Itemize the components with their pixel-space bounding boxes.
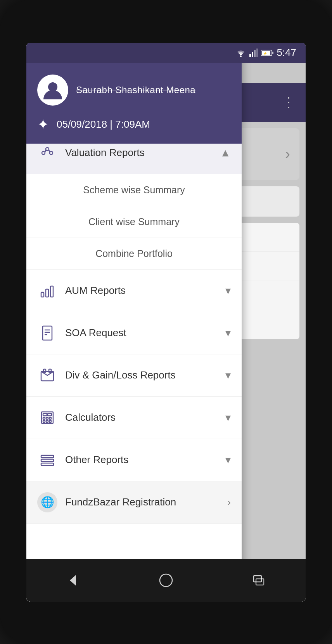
svg-rect-3 — [254, 50, 256, 57]
nav-drawer: Saurabh Shashikant Meena ✦ 05/09/2018 | … — [26, 43, 242, 602]
home-button[interactable] — [154, 569, 178, 592]
menu-item-soa[interactable]: SOA Request ▾ — [26, 312, 242, 354]
valuation-icon — [37, 143, 57, 163]
svg-rect-31 — [43, 420, 45, 422]
svg-rect-36 — [41, 455, 54, 458]
status-bar: ⚡ 5:47 — [26, 43, 306, 63]
divgain-label: Div & Gain/Loss Reports — [65, 369, 225, 381]
svg-point-0 — [240, 56, 242, 57]
signal-icon — [249, 49, 258, 57]
submenu-client-wise[interactable]: Client wise Summary — [26, 206, 242, 238]
svg-rect-2 — [252, 52, 253, 57]
battery-icon: ⚡ — [261, 49, 273, 56]
svg-rect-23 — [43, 369, 46, 372]
soa-chevron-icon: ▾ — [225, 326, 231, 339]
phone-screen: ⋮ g CAGR 00 ↓ › 060.00 ₹ 0.00 — [26, 43, 306, 602]
svg-rect-35 — [41, 459, 54, 462]
svg-rect-28 — [43, 417, 45, 419]
svg-rect-33 — [49, 420, 51, 422]
calculators-icon — [37, 408, 57, 428]
combine-portfolio-label: Combine Portfolio — [37, 248, 231, 259]
recent-apps-button[interactable] — [247, 569, 271, 592]
calendar-icon: ✦ — [37, 116, 49, 133]
menu-item-aum[interactable]: AUM Reports ▾ — [26, 270, 242, 312]
svg-rect-17 — [50, 286, 53, 297]
svg-rect-15 — [41, 292, 44, 297]
svg-line-13 — [45, 150, 46, 152]
soa-label: SOA Request — [65, 327, 225, 339]
valuation-chevron-icon: ▲ — [220, 147, 231, 159]
svg-rect-4 — [256, 49, 258, 57]
svg-point-12 — [50, 151, 53, 154]
drawer-menu: Valuation Reports ▲ Scheme wise Summary … — [26, 132, 242, 524]
menu-item-other[interactable]: Other Reports ▾ — [26, 439, 242, 481]
menu-item-fundzbazar[interactable]: 🌐 FundzBazar Registration › — [26, 481, 242, 524]
svg-rect-26 — [43, 413, 47, 416]
scheme-wise-label: Scheme wise Summary — [37, 184, 231, 196]
phone-frame: ⋮ g CAGR 00 ↓ › 060.00 ₹ 0.00 — [0, 0, 332, 644]
submenu-combine-portfolio[interactable]: Combine Portfolio — [26, 238, 242, 270]
fundzbazar-chevron-icon: › — [227, 496, 231, 509]
svg-rect-18 — [43, 326, 52, 340]
drawer-date-row: ✦ 05/09/2018 | 7:09AM — [37, 116, 231, 133]
more-options-icon[interactable]: ⋮ — [282, 95, 296, 109]
other-chevron-icon: ▾ — [225, 453, 231, 466]
svg-marker-37 — [70, 575, 76, 586]
menu-item-calculators[interactable]: Calculators ▾ — [26, 397, 242, 439]
fundzbazar-logo-icon: 🌐 — [37, 492, 57, 512]
svg-point-11 — [46, 148, 49, 151]
menu-item-divgain[interactable]: Div & Gain/Loss Reports ▾ — [26, 354, 242, 397]
divgain-chevron-icon: ▾ — [225, 369, 231, 382]
svg-rect-1 — [249, 54, 251, 57]
calculators-chevron-icon: ▾ — [225, 411, 231, 424]
svg-rect-30 — [49, 417, 51, 419]
date-time: 05/09/2018 | 7:09AM — [57, 118, 150, 130]
fundzbazar-label: FundzBazar Registration — [65, 496, 227, 508]
wifi-icon — [235, 49, 246, 57]
valuation-reports-label: Valuation Reports — [65, 147, 220, 159]
soa-icon — [37, 323, 57, 343]
other-reports-icon — [37, 450, 57, 470]
avatar — [37, 75, 68, 106]
svg-rect-29 — [46, 417, 48, 419]
bottom-nav — [26, 559, 306, 602]
user-name: Saurabh Shashikant Meena — [76, 85, 195, 95]
svg-rect-6 — [272, 52, 273, 54]
svg-rect-16 — [46, 289, 48, 297]
divgain-icon — [37, 365, 57, 385]
svg-rect-32 — [46, 420, 48, 422]
back-button[interactable] — [61, 569, 85, 592]
calculators-label: Calculators — [65, 411, 225, 424]
svg-rect-24 — [49, 369, 51, 372]
svg-rect-27 — [48, 413, 52, 416]
status-icons: ⚡ 5:47 — [235, 47, 296, 59]
drawer-header-top: Saurabh Shashikant Meena — [37, 75, 231, 106]
other-reports-label: Other Reports — [65, 454, 225, 466]
svg-rect-34 — [41, 463, 54, 465]
client-wise-label: Client wise Summary — [37, 216, 231, 227]
svg-text:⚡: ⚡ — [263, 51, 268, 56]
status-time: 5:47 — [277, 47, 296, 59]
card-chevron-right[interactable]: › — [285, 145, 290, 163]
submenu-scheme-wise[interactable]: Scheme wise Summary — [26, 174, 242, 206]
svg-point-38 — [160, 574, 172, 587]
svg-point-10 — [42, 151, 45, 154]
aum-chevron-icon: ▾ — [225, 284, 231, 297]
svg-line-14 — [49, 150, 50, 152]
aum-label: AUM Reports — [65, 285, 225, 297]
aum-icon — [37, 281, 57, 301]
